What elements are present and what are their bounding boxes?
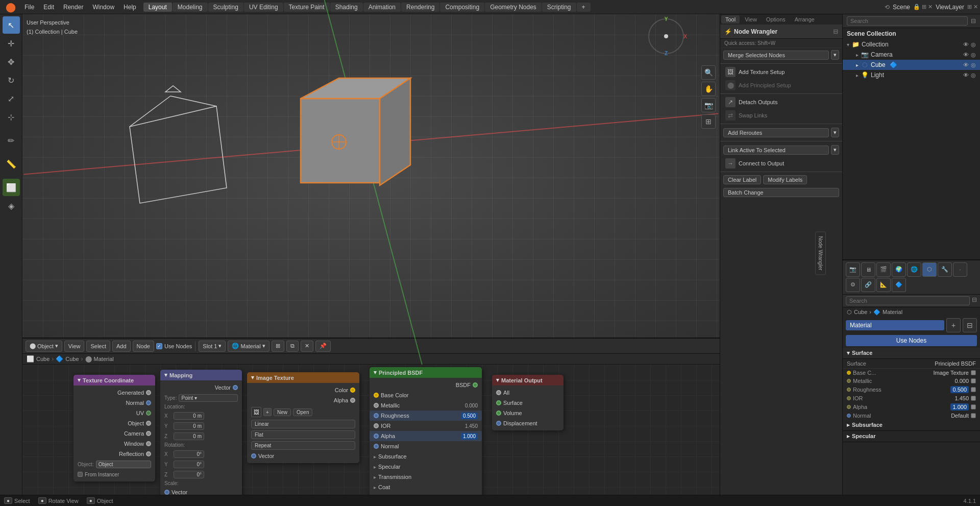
viewport-3d[interactable]: ⬜ Object Mode ▾ View Select Add Object G… — [22, 14, 720, 338]
tab-animation[interactable]: Animation — [363, 3, 401, 12]
tool-rotate[interactable]: ↻ — [3, 71, 20, 89]
node-mapping[interactable]: ▾ Mapping Vector Type: Point ▾ Location: — [160, 370, 242, 499]
map-collapse[interactable]: ▾ — [164, 372, 167, 378]
ne-copy-btn[interactable]: ⧉ — [286, 341, 299, 352]
coll-cam[interactable]: ◎ — [971, 41, 976, 48]
nw-merge-btn[interactable]: Merge Selected Nodes — [723, 51, 829, 60]
props-icon-render[interactable]: 📷 — [846, 262, 860, 277]
it-new-btn[interactable]: New — [274, 408, 291, 416]
outliner-cube[interactable]: ▸ ⬡ Cube 🔷 👁 ◎ — [843, 60, 980, 70]
nw-reroutes-btn[interactable]: Add Reroutes — [723, 128, 829, 137]
props-icon-data[interactable]: 📐 — [876, 278, 891, 292]
nw-merge-dropdown[interactable]: ▾ — [831, 50, 839, 60]
cam-eye[interactable]: 👁 — [963, 52, 969, 58]
nw-clear-label-btn[interactable]: Clear Label — [723, 175, 761, 184]
gizmo-circle[interactable]: Y X Z — [648, 18, 684, 54]
node-material-output[interactable]: ▾ Material Output All Surface — [492, 375, 564, 430]
props-icon-viewport[interactable]: 🎬 — [876, 262, 891, 277]
tool-scale[interactable]: ⤢ — [3, 90, 20, 107]
cube-eye[interactable]: 👁 — [963, 62, 969, 68]
it-img-add[interactable]: + — [263, 408, 272, 416]
subsurface-section[interactable]: ▸ Subsurface — [843, 420, 980, 431]
map-z-val[interactable]: 0 m — [174, 432, 204, 440]
nw-add-principled-row[interactable]: ⬤ Add Principled Setup — [722, 79, 840, 91]
node-editor-type[interactable]: ⬤ Object ▾ — [26, 341, 62, 352]
ne-select[interactable]: Select — [86, 341, 110, 352]
nw-link-active-btn[interactable]: Link Active To Selected — [723, 146, 829, 155]
menu-help[interactable]: Help — [119, 3, 140, 12]
it-linear-select[interactable]: Linear — [251, 420, 355, 428]
props-icon-physics[interactable]: ⚙ — [846, 278, 860, 292]
nw-options-icon[interactable]: ⊟ — [833, 28, 838, 35]
camera-persp-icon[interactable]: 📷 — [701, 98, 716, 112]
tool-select[interactable]: ↖ — [3, 16, 20, 34]
tc-object-input[interactable]: Object — [96, 461, 151, 468]
menu-render[interactable]: Render — [59, 3, 87, 12]
light-cam[interactable]: ◎ — [971, 72, 976, 79]
tab-rendering[interactable]: Rendering — [401, 3, 439, 12]
map-ry-val[interactable]: 0° — [174, 461, 204, 468]
tool-annotate[interactable]: ✏ — [3, 132, 20, 149]
specular-section[interactable]: ▸ Specular — [843, 431, 980, 442]
blender-logo[interactable]: ⬤ — [2, 0, 19, 16]
viewport-gizmo[interactable]: Y X Z — [648, 18, 689, 59]
outliner-search[interactable] — [847, 16, 968, 26]
menu-edit[interactable]: Edit — [39, 3, 58, 12]
it-collapse[interactable]: ▾ — [251, 374, 254, 381]
tool-add-2[interactable]: ◈ — [3, 197, 20, 214]
props-icon-constraints[interactable]: 🔗 — [861, 278, 875, 292]
coll-eye[interactable]: 👁 — [963, 41, 969, 48]
map-y-val[interactable]: 0 m — [174, 422, 204, 430]
nw-batch-btn[interactable]: Batch Change — [723, 188, 839, 197]
cam-cam[interactable]: ◎ — [971, 52, 976, 58]
outliner-light[interactable]: ▸ 💡 Light 👁 ◎ — [843, 70, 980, 80]
props-icon-output[interactable]: 🖥 — [861, 262, 875, 277]
it-open-btn[interactable]: Open — [293, 408, 312, 416]
props-icon-scene[interactable]: 🌍 — [892, 262, 906, 277]
use-nodes-btn[interactable]: Use Nodes — [846, 335, 977, 346]
node-principled-bsdf[interactable]: ▾ Principled BSDF BSDF Base Color — [370, 367, 482, 506]
tab-compositing[interactable]: Compositing — [440, 3, 484, 12]
light-eye[interactable]: 👁 — [963, 72, 969, 79]
tab-sculpting[interactable]: Sculpting — [208, 3, 243, 12]
node-texture-coordinate[interactable]: ▾ Texture Coordinate Generated Normal — [74, 375, 155, 481]
tab-tool[interactable]: Tool — [721, 15, 740, 23]
it-flat-select[interactable]: Flat — [251, 430, 355, 439]
use-nodes-checkbox[interactable]: ✓ — [156, 343, 162, 349]
tab-view[interactable]: View — [741, 15, 761, 23]
props-search-options[interactable]: ⊟ — [972, 296, 977, 305]
map-type-select[interactable]: Point ▾ — [179, 394, 238, 402]
props-icon-object[interactable]: ⬡ — [922, 262, 937, 277]
ne-add[interactable]: Add — [112, 341, 131, 352]
tool-measure[interactable]: 📏 — [3, 155, 20, 173]
map-rz-val[interactable]: 0° — [174, 471, 204, 478]
tool-add-cube[interactable]: ⬜ — [3, 179, 20, 196]
zoom-icon[interactable]: 🔍 — [701, 65, 716, 80]
nw-add-texture-row[interactable]: 🖼 Add Texture Setup — [722, 66, 840, 78]
map-rx-val[interactable]: 0° — [174, 450, 204, 458]
mat-options-btn[interactable]: ⊟ — [963, 318, 977, 332]
node-image-texture[interactable]: ▾ Image Texture Color Alpha — [247, 372, 359, 463]
tool-move[interactable]: ✥ — [3, 53, 20, 70]
hand-icon[interactable]: ✋ — [701, 82, 716, 96]
outliner-camera[interactable]: ▸ 📷 Camera 👁 ◎ — [843, 50, 980, 60]
from-instancer-cb[interactable] — [78, 472, 83, 477]
tab-layout[interactable]: Layout — [143, 3, 172, 12]
tab-texture-paint[interactable]: Texture Paint — [284, 3, 330, 12]
tab-scripting[interactable]: Scripting — [542, 3, 576, 12]
menu-file[interactable]: File — [20, 3, 38, 12]
tc-collapse[interactable]: ▾ — [78, 377, 81, 383]
ne-slot-selector[interactable]: Slot 1 ▾ — [199, 341, 226, 352]
mo-collapse[interactable]: ▾ — [496, 377, 499, 383]
cube-cam[interactable]: ◎ — [971, 62, 976, 68]
menu-window[interactable]: Window — [88, 3, 118, 12]
outliner-filter-icon[interactable]: ⊟ — [971, 17, 976, 25]
it-repeat-select[interactable]: Repeat — [251, 441, 355, 450]
nw-side-tab[interactable]: Node Wrangler — [815, 231, 826, 275]
tool-cursor[interactable]: ✛ — [3, 35, 20, 52]
nw-reroutes-dropdown[interactable]: ▾ — [831, 128, 839, 137]
it-img-icon[interactable]: 🖼 — [251, 407, 261, 417]
tab-uv-editing[interactable]: UV Editing — [244, 3, 283, 12]
nw-connect-output-row[interactable]: → Connect to Output — [722, 157, 840, 170]
ne-pin[interactable]: 📌 — [315, 341, 331, 352]
